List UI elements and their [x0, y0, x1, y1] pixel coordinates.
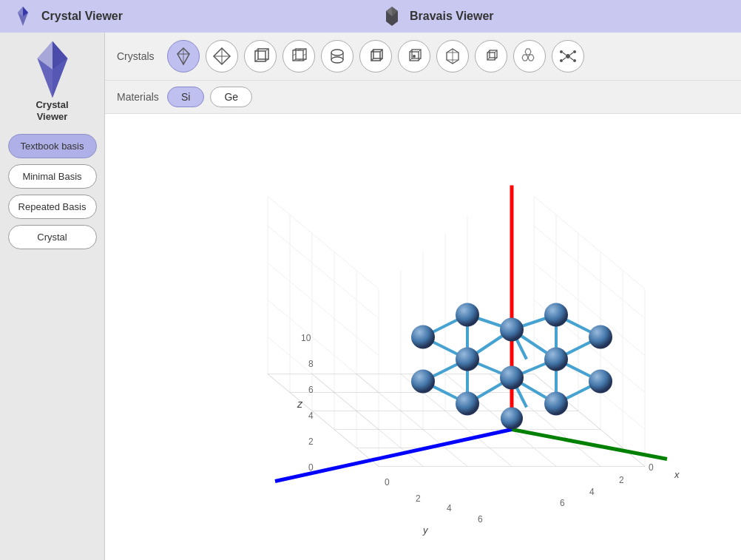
svg-line-101: [268, 263, 379, 356]
crystal-cube-icon[interactable]: [244, 40, 277, 72]
svg-point-145: [500, 366, 524, 390]
svg-text:0: 0: [385, 477, 390, 488]
svg-text:2: 2: [308, 436, 314, 447]
svg-text:4: 4: [308, 411, 314, 421]
svg-marker-61: [528, 55, 534, 61]
repeated-basis-button[interactable]: Repeated Basis: [8, 195, 97, 219]
svg-point-49: [413, 55, 416, 58]
crystal-network-icon[interactable]: [552, 40, 584, 72]
svg-point-144: [544, 348, 568, 371]
crystal-octahedron-icon[interactable]: [206, 40, 238, 72]
materials-row: Materials Si Ge: [105, 81, 741, 114]
svg-text:0: 0: [649, 462, 654, 473]
sidebar-logo-text: Crystal: [35, 99, 68, 111]
svg-line-69: [570, 53, 573, 55]
bravais-viewer-title: Bravais Viewer: [410, 10, 494, 23]
svg-marker-62: [522, 55, 528, 61]
crystal-3d-view: 0 2 4 6 8 10 z 0 2 4 6 y 0 2 4 6 x: [105, 114, 741, 560]
svg-point-64: [560, 50, 563, 53]
crystal-viewer-logo: [12, 5, 34, 27]
svg-text:x: x: [674, 469, 680, 480]
svg-line-70: [563, 58, 566, 60]
svg-text:6: 6: [308, 385, 314, 395]
svg-point-142: [589, 325, 612, 349]
svg-text:4: 4: [447, 503, 452, 513]
svg-point-66: [560, 59, 563, 62]
svg-point-36: [331, 57, 343, 63]
svg-point-140: [544, 303, 568, 327]
si-button[interactable]: Si: [167, 87, 204, 107]
crystal-diamond-icon[interactable]: [167, 40, 200, 72]
svg-point-63: [566, 54, 570, 58]
crystal-simple-cube-icon[interactable]: [359, 40, 392, 72]
bravais-viewer-logo: [382, 6, 402, 27]
svg-text:6: 6: [478, 514, 483, 524]
svg-point-67: [573, 59, 576, 62]
crystal-honeycomb-icon[interactable]: [513, 40, 546, 72]
top-bar: Crystal Viewer Bravais Viewer: [0, 0, 741, 33]
svg-text:4: 4: [589, 487, 595, 497]
sidebar: Crystal Viewer Textbook basis Minimal Ba…: [0, 33, 105, 560]
sidebar-logo-text2: Viewer: [37, 111, 68, 123]
crystal-detailed-cube-icon[interactable]: [282, 40, 315, 72]
main-layout: Crystal Viewer Textbook basis Minimal Ba…: [0, 33, 741, 560]
svg-point-65: [573, 50, 576, 53]
svg-point-149: [501, 408, 523, 430]
view-area[interactable]: 0 2 4 6 8 10 z 0 2 4 6 y 0 2 4 6 x: [105, 114, 741, 560]
svg-text:6: 6: [560, 498, 565, 508]
crystals-row: Crystals: [105, 33, 741, 81]
svg-text:8: 8: [308, 359, 314, 369]
svg-text:z: z: [297, 398, 303, 410]
svg-point-139: [500, 318, 524, 342]
crystal-cylinder-icon[interactable]: [321, 40, 353, 72]
svg-point-138: [456, 303, 479, 327]
crystal-viewer-tab[interactable]: Crystal Viewer: [0, 0, 370, 33]
svg-line-82: [445, 374, 556, 467]
content-area: Crystals: [105, 33, 741, 560]
sidebar-logo: Crystal Viewer: [27, 40, 78, 122]
svg-text:2: 2: [416, 493, 421, 504]
svg-line-71: [570, 58, 573, 60]
crystal-button[interactable]: Crystal: [8, 225, 97, 249]
svg-point-148: [456, 392, 479, 416]
crystal-small-cube-icon[interactable]: [475, 40, 507, 72]
svg-point-147: [589, 370, 612, 394]
textbook-basis-button[interactable]: Textbook basis: [8, 134, 97, 158]
crystal-viewer-title: Crystal Viewer: [41, 10, 123, 23]
crystal-hexagonal-icon[interactable]: [436, 40, 469, 72]
sidebar-logo-icon: [27, 40, 78, 99]
svg-line-103: [268, 197, 379, 289]
svg-point-143: [456, 348, 479, 371]
crystal-dot-cube-icon[interactable]: [398, 40, 430, 72]
materials-label: Materials: [117, 91, 161, 103]
svg-line-68: [563, 53, 566, 55]
svg-marker-60: [525, 49, 531, 55]
svg-line-99: [268, 337, 379, 430]
svg-line-100: [268, 300, 379, 393]
svg-point-146: [411, 370, 435, 394]
svg-text:0: 0: [308, 462, 314, 473]
svg-text:y: y: [422, 524, 429, 536]
svg-line-114: [512, 430, 667, 459]
ge-button[interactable]: Ge: [210, 87, 252, 107]
svg-line-98: [268, 374, 379, 467]
svg-point-33: [331, 50, 343, 55]
svg-text:2: 2: [619, 475, 624, 485]
svg-point-150: [544, 392, 568, 416]
bravais-viewer-tab[interactable]: Bravais Viewer: [370, 0, 741, 33]
svg-line-102: [268, 226, 379, 319]
minimal-basis-button[interactable]: Minimal Basis: [8, 164, 97, 189]
svg-line-91: [534, 197, 645, 289]
svg-text:10: 10: [301, 333, 311, 343]
crystals-label: Crystals: [117, 50, 161, 62]
svg-point-141: [411, 325, 435, 349]
